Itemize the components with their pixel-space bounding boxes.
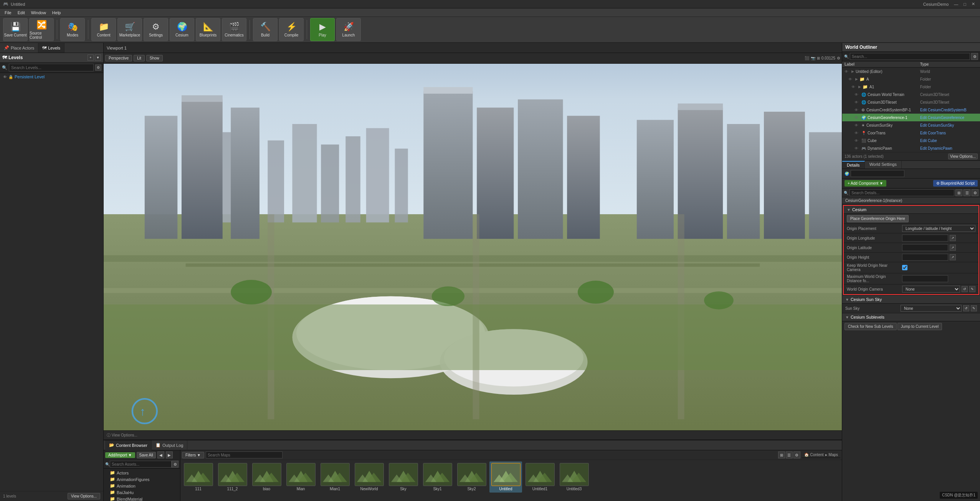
- outliner-item-coortrans[interactable]: 👁 📍 CoorTrans Edit CoorTrans: [842, 129, 980, 137]
- outliner-item-cesium-sunsky[interactable]: 👁 ☀ CesiumSunSky Edit CesiumSunSky: [842, 121, 980, 129]
- breadcrumb-content[interactable]: Content: [810, 453, 824, 457]
- origin-placement-select[interactable]: Longitude / latitude / height: [902, 225, 975, 232]
- toolbar-save-current[interactable]: 💾 Save Current: [3, 18, 28, 41]
- maximize-button[interactable]: □: [962, 2, 968, 7]
- levels-search-settings-btn[interactable]: ⚙: [95, 64, 101, 71]
- outliner-view-options-btn[interactable]: View Options...: [948, 154, 978, 159]
- asset-sky[interactable]: Sky: [387, 461, 420, 493]
- cb-settings-btn[interactable]: ⚙: [793, 451, 800, 458]
- outliner-item-world[interactable]: 👁 ▶ Untitled (Editor) World: [842, 68, 980, 75]
- menu-edit[interactable]: Edit: [15, 10, 28, 16]
- asset-newworld[interactable]: NewWorld: [353, 461, 385, 493]
- cb-back-btn[interactable]: ◀: [157, 451, 164, 458]
- toolbar-compile[interactable]: ⚡ Compile: [279, 18, 304, 41]
- cesium-section-header[interactable]: ▼ Cesium: [844, 206, 978, 214]
- cb-tree-settings-btn[interactable]: ⚙: [172, 461, 178, 468]
- max-origin-input[interactable]: 10000.0: [902, 275, 948, 282]
- details-search-input[interactable]: [849, 189, 954, 196]
- outliner-item-folder-a1[interactable]: 👁 ▶ 📁 A1 Folder: [842, 83, 980, 91]
- asset-untitled3[interactable]: Untitled3: [558, 461, 590, 493]
- outliner-item-dynamicpawn[interactable]: 👁 🎮 DynamicPawn Edit DynamicPawn: [842, 144, 980, 152]
- vp-grid-icon[interactable]: ⊞: [817, 56, 820, 60]
- save-all-btn[interactable]: Save All: [137, 452, 156, 458]
- origin-height-input[interactable]: 286.42817: [902, 254, 948, 261]
- toolbar-marketplace[interactable]: 🛒 Marketplace: [117, 18, 142, 41]
- toolbar-cesium[interactable]: 🌍 Cesium: [170, 18, 194, 41]
- levels-search-input[interactable]: [9, 64, 94, 71]
- levels-add-btn[interactable]: +: [88, 55, 94, 61]
- outliner-item-cesium-terrain[interactable]: 👁 🌐 Cesium World Terrain Cesium3DTileset: [842, 91, 980, 98]
- viewport-canvas[interactable]: ↑: [104, 64, 842, 430]
- asset-untitled1[interactable]: Untitled1: [524, 461, 556, 493]
- camera-edit-btn[interactable]: ✎: [969, 286, 975, 292]
- toolbar-source-control[interactable]: 🔀 Source Control: [29, 18, 54, 41]
- search-maps-input[interactable]: [206, 451, 283, 458]
- outliner-item-cube[interactable]: 👁 ⬛ Cube Edit Cube: [842, 137, 980, 144]
- add-component-btn[interactable]: + Add Component ▼: [844, 180, 886, 187]
- viewport-perspective-btn[interactable]: Perspective: [105, 55, 132, 61]
- outliner-item-cesium-credit[interactable]: 👁 ⚙ CesiumCreditSystemBP-1 Edit CesiumCr…: [842, 106, 980, 114]
- tree-item-animation[interactable]: 📁 Animation: [104, 483, 180, 489]
- blueprint-btn[interactable]: ⚙ Blueprint/Add Script: [933, 180, 978, 187]
- tree-item-actors[interactable]: 📁 Actors: [104, 470, 180, 476]
- close-button[interactable]: ✕: [970, 2, 977, 7]
- cb-tab-output[interactable]: 📋 Output Log: [152, 440, 187, 450]
- tree-item-blendmat[interactable]: 📁 BlendMaterial: [104, 496, 180, 501]
- toolbar-modes[interactable]: 🎭 Modes: [60, 18, 85, 41]
- toolbar-play[interactable]: ▶ Play: [310, 18, 335, 41]
- grid-view-btn[interactable]: ⊞: [778, 451, 785, 458]
- toolbar-content[interactable]: 📁 Content: [91, 18, 116, 41]
- viewport-lit-btn[interactable]: Lit: [134, 55, 145, 61]
- latitude-arrow-btn[interactable]: ↗: [950, 245, 956, 251]
- breadcrumb-maps[interactable]: Maps: [829, 453, 838, 457]
- vp-maximize-icon[interactable]: ⬛: [805, 56, 809, 60]
- asset-sky2[interactable]: Sky2: [455, 461, 488, 493]
- outliner-item-cesium-tileset[interactable]: 👁 🌐 Cesium3DTileset Cesium3DTileset: [842, 98, 980, 106]
- toolbar-blueprints[interactable]: 📐 Blueprints: [196, 18, 220, 41]
- vp-camera-icon[interactable]: 📷: [811, 56, 815, 60]
- details-expand-btn[interactable]: ☰: [963, 189, 970, 196]
- details-tab-world-settings[interactable]: World Settings: [865, 161, 902, 169]
- toolbar-cinematics[interactable]: 🎬 Cinematics: [222, 18, 246, 41]
- menu-window[interactable]: Window: [28, 10, 49, 16]
- origin-latitude-input[interactable]: 31.977175: [902, 244, 948, 251]
- outliner-item-cesium-georef[interactable]: 👁 🌍 CesiumGeoreference-1 Edit CesiumGeor…: [842, 114, 980, 121]
- details-settings-btn[interactable]: ⚙: [972, 189, 978, 196]
- sun-sky-select[interactable]: None: [901, 305, 962, 312]
- view-options-btn[interactable]: View Options...: [68, 493, 100, 499]
- persistent-level-item[interactable]: 👁 🔒 Persistent Level: [0, 73, 103, 81]
- asset-mian[interactable]: Mian: [284, 461, 317, 493]
- tree-item-animfig[interactable]: 📁 AnimationFigures: [104, 476, 180, 483]
- details-tab-details[interactable]: Details: [842, 161, 865, 169]
- camera-reset-btn[interactable]: ↺: [962, 286, 968, 292]
- toolbar-launch[interactable]: 🚀 Launch: [336, 18, 361, 41]
- levels-options-btn[interactable]: ▼: [95, 55, 101, 61]
- outliner-item-folder-a[interactable]: 👁 ▶ 📁 A Folder: [842, 75, 980, 83]
- check-sub-levels-btn[interactable]: Check for New Sub Levels: [844, 323, 897, 330]
- minimize-button[interactable]: —: [952, 2, 960, 7]
- levels-tab[interactable]: 🗺 Levels: [38, 43, 64, 53]
- height-arrow-btn[interactable]: ↗: [950, 254, 956, 260]
- origin-longitude-input[interactable]: 120.916382: [902, 235, 948, 241]
- asset-111[interactable]: 111: [182, 461, 215, 493]
- viewport-show-btn[interactable]: Show: [146, 55, 163, 61]
- longitude-arrow-btn[interactable]: ↗: [950, 235, 956, 241]
- toolbar-settings[interactable]: ⚙ Settings: [144, 18, 168, 41]
- toolbar-build[interactable]: 🔨 Build: [253, 18, 278, 41]
- place-actors-tab[interactable]: 📌 Place Actors: [0, 43, 38, 53]
- outliner-search-input[interactable]: [850, 53, 970, 60]
- cb-forward-btn[interactable]: ▶: [166, 451, 173, 458]
- details-view-btn[interactable]: ⊞: [955, 189, 962, 196]
- cesium-sunsky-header[interactable]: ▼ Cesium Sun Sky: [842, 296, 980, 304]
- asset-sky1[interactable]: Sky1: [421, 461, 454, 493]
- asset-biao[interactable]: biao: [250, 461, 283, 493]
- asset-mian1[interactable]: Mian1: [319, 461, 351, 493]
- menu-help[interactable]: Help: [49, 10, 64, 16]
- cb-tab-content[interactable]: 📂 Content Browser: [105, 440, 152, 450]
- asset-111-2[interactable]: 111_2: [216, 461, 249, 493]
- sunsky-edit-btn[interactable]: ✎: [971, 305, 977, 311]
- list-view-btn[interactable]: ☰: [786, 451, 793, 458]
- keep-origin-checkbox[interactable]: [902, 265, 907, 270]
- outliner-settings-btn[interactable]: ⚙: [971, 53, 978, 60]
- filters-btn[interactable]: Filters ▼: [182, 452, 204, 458]
